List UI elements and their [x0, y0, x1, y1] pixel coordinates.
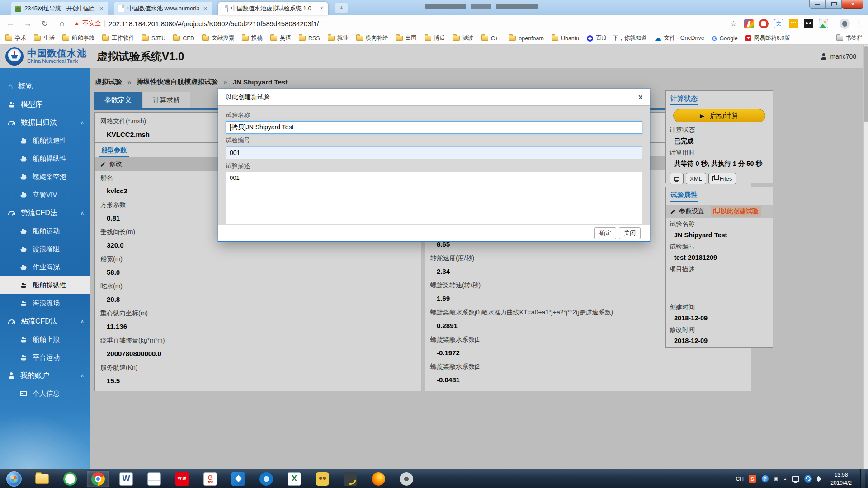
taskbar-blue-app[interactable] [226, 470, 250, 488]
bookmark-item[interactable]: 横向补给 [356, 34, 388, 42]
tab-parameter-definition[interactable]: 参数定义 [94, 92, 142, 108]
browser-tab-2[interactable]: 中国数值水池 www.numerialtan ✕ [114, 2, 212, 15]
bookmark-item[interactable]: 船舶事故 [62, 34, 94, 42]
files-button[interactable]: Files [708, 173, 736, 184]
taskbar-firefox[interactable] [367, 470, 390, 488]
sidebar-item-wave-flow-field[interactable]: 海浪流场 [0, 294, 90, 312]
sidebar-group-data-regression[interactable]: 数据回归法∧ [0, 113, 90, 131]
omnibox[interactable]: ▲ 不安全 | 202.118.184.201:8080/#/projects/… [74, 19, 737, 28]
taskbar-word[interactable]: W [114, 470, 138, 488]
sidebar-item-ship-maneuvering[interactable]: 船舶操纵性 [0, 150, 90, 168]
bookmark-item-netease[interactable]: 网易邮箱6.0版 [745, 34, 790, 42]
volume-tray-icon[interactable] [817, 477, 819, 481]
monitor-button[interactable] [670, 173, 684, 184]
bookmark-item[interactable]: CFD [173, 35, 194, 42]
taskbar-youdao[interactable]: 有道 [170, 470, 194, 488]
taskbar-notepad[interactable] [142, 470, 166, 488]
back-icon[interactable]: ← [5, 19, 15, 28]
xml-button[interactable]: XML [686, 173, 706, 184]
bookmarks-bar-label[interactable]: 书签栏 [836, 34, 863, 42]
sidebar-group-potential-cfd[interactable]: 势流CFD法∧ [0, 204, 90, 222]
bookmark-item[interactable]: 学术 [5, 34, 26, 42]
test-name-input[interactable] [226, 121, 642, 134]
page-scrollbar[interactable] [863, 45, 868, 469]
start-button[interactable] [2, 470, 26, 488]
extension-adblock-icon[interactable] [759, 19, 769, 28]
create-test-from-this-button[interactable]: 以此创建试验 [711, 206, 761, 217]
sidebar-item-platform-motion[interactable]: 平台运动 [0, 348, 90, 366]
sidebar-item-overview[interactable]: ⌂概览 [0, 77, 90, 95]
bookmark-item[interactable]: RSS [299, 35, 320, 42]
browser-tab-1[interactable]: 2345网址导航 - 开创中国百年品 ✕ [11, 2, 108, 15]
home-icon[interactable]: ⌂ [57, 19, 67, 28]
minimize-button[interactable]: — [809, 0, 826, 9]
extension-yellow-icon[interactable]: ⋯ [789, 19, 798, 28]
bookmark-item[interactable]: SJTU [142, 35, 165, 42]
language-indicator[interactable]: CH [736, 476, 744, 482]
tray-expand-icon[interactable]: ▲ [783, 477, 787, 481]
taskbar-pdf-reader[interactable]: GPDF [198, 470, 222, 488]
bookmark-star-icon[interactable]: ☆ [730, 19, 737, 28]
bookmark-item[interactable]: Ubantu [552, 35, 579, 42]
bookmark-item[interactable]: 投稿 [242, 34, 263, 42]
tab-ship-params[interactable]: 船型参数 [99, 145, 129, 157]
help-tray-icon[interactable]: ? [761, 475, 769, 483]
bookmark-item[interactable]: 博后 [425, 34, 445, 42]
breadcrumb-item[interactable]: 虚拟试验 [95, 78, 122, 86]
sidebar-item-ship-speed[interactable]: 船舶快速性 [0, 131, 90, 150]
bookmark-item-baidu[interactable]: 百度一下，你就知道 [587, 34, 647, 42]
tab-close-icon[interactable]: ✕ [98, 6, 104, 12]
new-tab-button[interactable]: + [335, 3, 348, 13]
close-button[interactable]: ✕ [842, 0, 863, 9]
extension-lightning-icon[interactable] [744, 19, 754, 28]
scrollbar-thumb[interactable] [864, 46, 868, 122]
bookmark-item[interactable]: C++ [481, 35, 502, 42]
bookmark-item[interactable]: 文献搜索 [202, 34, 234, 42]
sidebar-item-operating-seastate[interactable]: 作业海况 [0, 258, 90, 276]
reload-icon[interactable]: ↻ [40, 19, 50, 28]
tab-calculation-solve[interactable]: 计算求解 [143, 92, 190, 108]
edit-button[interactable]: 修改 [109, 160, 122, 168]
bookmark-item[interactable]: openfoam [509, 35, 544, 42]
browser-menu-icon[interactable]: ⋮ [855, 19, 863, 28]
sidebar-item-green-water[interactable]: 船舶上浪 [0, 330, 90, 348]
bookmark-item-onedrive[interactable]: ☁文件 - OneDrive [655, 34, 704, 42]
sidebar-item-ship-maneuvering-active[interactable]: 船舶操纵性 [0, 276, 90, 294]
confirm-button[interactable]: 确定 [594, 227, 616, 239]
taskbar-clock[interactable]: 13:58 2019/4/2 [830, 471, 852, 487]
maximize-button[interactable] [826, 0, 842, 9]
sidebar-item-model-library[interactable]: 模型库 [0, 95, 90, 113]
bookmark-item[interactable]: 工作软件 [102, 34, 134, 42]
start-calculation-button[interactable]: ▶ 启动计算 [673, 109, 765, 122]
profile-avatar[interactable] [840, 19, 850, 29]
sidebar-item-wave-resistance[interactable]: 波浪增阻 [0, 240, 90, 258]
url-text[interactable]: 202.118.184.201:8080/#/projects/K0602/5c… [108, 20, 319, 28]
taskbar-blue-round-app[interactable] [255, 470, 278, 488]
sidebar-item-personal-info[interactable]: 个人信息 [0, 385, 90, 403]
taskbar-yellow-app[interactable] [311, 470, 334, 488]
tab-close-icon[interactable]: ✕ [318, 5, 325, 11]
bookmark-item[interactable]: 就业 [328, 34, 349, 42]
taskbar-chrome[interactable] [86, 470, 110, 488]
sogou-tray-icon[interactable]: S [749, 475, 756, 483]
parameter-settings-button[interactable]: 参数设置 [670, 207, 704, 216]
taskbar-excel[interactable]: X [283, 470, 306, 488]
security-warning-label[interactable]: 不安全 [82, 19, 101, 28]
taskbar-explorer[interactable] [30, 470, 54, 488]
breadcrumb-item[interactable]: 操纵性快速自航模虚拟试验 [137, 78, 218, 86]
network-tray-icon[interactable] [792, 476, 799, 482]
bookmark-item[interactable]: 滤波 [453, 34, 474, 42]
sync-tray-icon[interactable] [804, 475, 812, 483]
test-code-input[interactable] [226, 146, 642, 159]
extension-photo-icon[interactable] [819, 19, 828, 28]
sidebar-item-propeller-cavitation[interactable]: 螺旋桨空泡 [0, 168, 90, 186]
taskbar-dark-app[interactable] [339, 470, 362, 488]
tab-close-icon[interactable]: ✕ [202, 6, 208, 12]
sidebar-item-riser-viv[interactable]: 立管VIV [0, 186, 90, 204]
bookmark-item[interactable]: 生活 [34, 34, 55, 42]
show-desktop-button[interactable] [860, 469, 865, 488]
bookmark-item[interactable]: 英语 [270, 34, 291, 42]
extension-translate-icon[interactable]: 文 [774, 19, 783, 28]
test-description-textarea[interactable]: 001 [226, 172, 642, 224]
sidebar-group-my-account[interactable]: 我的账户∧ [0, 366, 90, 385]
